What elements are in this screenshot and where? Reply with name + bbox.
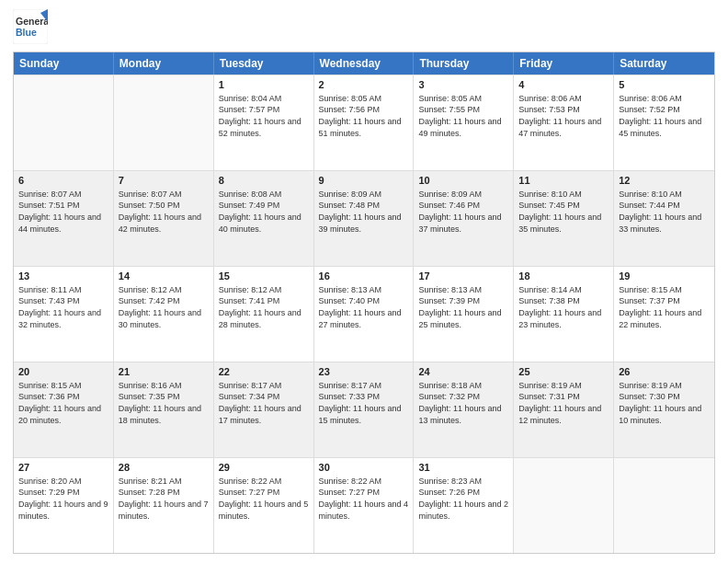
day-detail: Sunrise: 8:19 AMSunset: 7:31 PMDaylight:… <box>518 380 609 426</box>
svg-text:Blue: Blue <box>16 27 37 38</box>
day-detail: Sunrise: 8:12 AMSunset: 7:41 PMDaylight:… <box>219 284 309 330</box>
calendar-cell-0-3: 2Sunrise: 8:05 AMSunset: 7:56 PMDaylight… <box>314 75 415 170</box>
header: General Blue <box>13 9 715 44</box>
calendar-row-2: 13Sunrise: 8:11 AMSunset: 7:43 PMDayligh… <box>14 266 714 362</box>
calendar-cell-2-6: 19Sunrise: 8:15 AMSunset: 7:37 PMDayligh… <box>614 267 714 362</box>
calendar-cell-2-4: 17Sunrise: 8:13 AMSunset: 7:39 PMDayligh… <box>414 267 514 362</box>
calendar-cell-3-3: 23Sunrise: 8:17 AMSunset: 7:33 PMDayligh… <box>314 362 415 457</box>
day-number: 31 <box>418 461 508 475</box>
day-detail: Sunrise: 8:13 AMSunset: 7:39 PMDaylight:… <box>418 284 508 330</box>
calendar-cell-1-0: 6Sunrise: 8:07 AMSunset: 7:51 PMDaylight… <box>14 171 114 266</box>
calendar-cell-0-5: 4Sunrise: 8:06 AMSunset: 7:53 PMDaylight… <box>514 75 614 170</box>
calendar-row-1: 6Sunrise: 8:07 AMSunset: 7:51 PMDaylight… <box>14 170 714 266</box>
day-number: 5 <box>619 78 710 92</box>
calendar-cell-4-0: 27Sunrise: 8:20 AMSunset: 7:29 PMDayligh… <box>14 458 114 553</box>
day-number: 1 <box>219 78 309 92</box>
calendar-cell-3-1: 21Sunrise: 8:16 AMSunset: 7:35 PMDayligh… <box>114 362 214 457</box>
calendar-cell-0-0 <box>14 75 114 170</box>
day-number: 29 <box>219 461 309 475</box>
day-detail: Sunrise: 8:14 AMSunset: 7:38 PMDaylight:… <box>518 284 609 330</box>
calendar-cell-1-2: 8Sunrise: 8:08 AMSunset: 7:49 PMDaylight… <box>214 171 314 266</box>
calendar-cell-0-6: 5Sunrise: 8:06 AMSunset: 7:52 PMDaylight… <box>614 75 714 170</box>
day-number: 15 <box>219 270 309 283</box>
header-day-wednesday: Wednesday <box>314 52 415 75</box>
day-number: 17 <box>418 270 508 283</box>
calendar-cell-1-5: 11Sunrise: 8:10 AMSunset: 7:45 PMDayligh… <box>514 171 614 266</box>
svg-text:General: General <box>16 16 48 27</box>
calendar-row-4: 27Sunrise: 8:20 AMSunset: 7:29 PMDayligh… <box>14 457 714 553</box>
header-day-saturday: Saturday <box>614 52 714 75</box>
day-number: 6 <box>18 174 108 188</box>
day-number: 11 <box>518 174 609 188</box>
day-number: 8 <box>219 174 309 188</box>
day-number: 28 <box>119 461 209 475</box>
day-detail: Sunrise: 8:09 AMSunset: 7:48 PMDaylight:… <box>319 189 409 235</box>
calendar-cell-4-2: 29Sunrise: 8:22 AMSunset: 7:27 PMDayligh… <box>214 458 314 553</box>
day-detail: Sunrise: 8:16 AMSunset: 7:35 PMDaylight:… <box>119 380 209 426</box>
calendar-cell-2-0: 13Sunrise: 8:11 AMSunset: 7:43 PMDayligh… <box>14 267 114 362</box>
day-detail: Sunrise: 8:23 AMSunset: 7:26 PMDaylight:… <box>418 476 508 522</box>
day-detail: Sunrise: 8:22 AMSunset: 7:27 PMDaylight:… <box>219 476 309 522</box>
calendar-cell-1-3: 9Sunrise: 8:09 AMSunset: 7:48 PMDaylight… <box>314 171 415 266</box>
day-number: 14 <box>119 270 209 283</box>
day-number: 3 <box>418 78 508 92</box>
calendar-header: SundayMondayTuesdayWednesdayThursdayFrid… <box>14 52 714 75</box>
calendar-cell-0-1 <box>114 75 214 170</box>
day-number: 21 <box>119 365 209 379</box>
day-detail: Sunrise: 8:06 AMSunset: 7:53 PMDaylight:… <box>518 93 609 139</box>
day-detail: Sunrise: 8:21 AMSunset: 7:28 PMDaylight:… <box>119 476 209 522</box>
calendar-cell-3-6: 26Sunrise: 8:19 AMSunset: 7:30 PMDayligh… <box>614 362 714 457</box>
day-detail: Sunrise: 8:18 AMSunset: 7:32 PMDaylight:… <box>418 380 508 426</box>
page: General Blue SundayMondayTuesdayWednesda… <box>0 0 728 563</box>
day-number: 4 <box>518 78 609 92</box>
day-detail: Sunrise: 8:11 AMSunset: 7:43 PMDaylight:… <box>18 284 108 330</box>
day-detail: Sunrise: 8:17 AMSunset: 7:34 PMDaylight:… <box>219 380 309 426</box>
day-detail: Sunrise: 8:22 AMSunset: 7:27 PMDaylight:… <box>319 476 409 522</box>
calendar-cell-4-6 <box>614 458 714 553</box>
day-number: 7 <box>119 174 209 188</box>
day-number: 26 <box>619 365 710 379</box>
day-number: 24 <box>418 365 508 379</box>
day-detail: Sunrise: 8:04 AMSunset: 7:57 PMDaylight:… <box>219 93 309 139</box>
day-number: 2 <box>319 78 409 92</box>
header-day-monday: Monday <box>114 52 214 75</box>
day-detail: Sunrise: 8:09 AMSunset: 7:46 PMDaylight:… <box>418 189 508 235</box>
day-detail: Sunrise: 8:12 AMSunset: 7:42 PMDaylight:… <box>119 284 209 330</box>
calendar: SundayMondayTuesdayWednesdayThursdayFrid… <box>13 52 715 554</box>
day-detail: Sunrise: 8:10 AMSunset: 7:45 PMDaylight:… <box>518 189 609 235</box>
calendar-cell-3-2: 22Sunrise: 8:17 AMSunset: 7:34 PMDayligh… <box>214 362 314 457</box>
logo-svg: General Blue <box>13 9 48 44</box>
calendar-cell-3-0: 20Sunrise: 8:15 AMSunset: 7:36 PMDayligh… <box>14 362 114 457</box>
header-day-tuesday: Tuesday <box>214 52 314 75</box>
calendar-cell-4-4: 31Sunrise: 8:23 AMSunset: 7:26 PMDayligh… <box>414 458 514 553</box>
day-number: 20 <box>18 365 108 379</box>
calendar-cell-2-2: 15Sunrise: 8:12 AMSunset: 7:41 PMDayligh… <box>214 267 314 362</box>
calendar-cell-3-4: 24Sunrise: 8:18 AMSunset: 7:32 PMDayligh… <box>414 362 514 457</box>
calendar-cell-0-4: 3Sunrise: 8:05 AMSunset: 7:55 PMDaylight… <box>414 75 514 170</box>
day-detail: Sunrise: 8:05 AMSunset: 7:55 PMDaylight:… <box>418 93 508 139</box>
calendar-row-3: 20Sunrise: 8:15 AMSunset: 7:36 PMDayligh… <box>14 362 714 457</box>
day-number: 27 <box>18 461 108 475</box>
header-day-friday: Friday <box>514 52 614 75</box>
calendar-cell-3-5: 25Sunrise: 8:19 AMSunset: 7:31 PMDayligh… <box>514 362 614 457</box>
calendar-cell-1-6: 12Sunrise: 8:10 AMSunset: 7:44 PMDayligh… <box>614 171 714 266</box>
day-detail: Sunrise: 8:06 AMSunset: 7:52 PMDaylight:… <box>619 93 710 139</box>
calendar-cell-1-1: 7Sunrise: 8:07 AMSunset: 7:50 PMDaylight… <box>114 171 214 266</box>
day-detail: Sunrise: 8:10 AMSunset: 7:44 PMDaylight:… <box>619 189 710 235</box>
day-detail: Sunrise: 8:15 AMSunset: 7:37 PMDaylight:… <box>619 284 710 330</box>
day-detail: Sunrise: 8:19 AMSunset: 7:30 PMDaylight:… <box>619 380 710 426</box>
calendar-cell-2-1: 14Sunrise: 8:12 AMSunset: 7:42 PMDayligh… <box>114 267 214 362</box>
calendar-cell-1-4: 10Sunrise: 8:09 AMSunset: 7:46 PMDayligh… <box>414 171 514 266</box>
day-number: 23 <box>319 365 409 379</box>
day-number: 16 <box>319 270 409 283</box>
day-detail: Sunrise: 8:05 AMSunset: 7:56 PMDaylight:… <box>319 93 409 139</box>
calendar-cell-4-5 <box>514 458 614 553</box>
day-number: 9 <box>319 174 409 188</box>
day-number: 30 <box>319 461 409 475</box>
day-detail: Sunrise: 8:07 AMSunset: 7:50 PMDaylight:… <box>119 189 209 235</box>
day-detail: Sunrise: 8:08 AMSunset: 7:49 PMDaylight:… <box>219 189 309 235</box>
day-number: 18 <box>518 270 609 283</box>
calendar-cell-4-1: 28Sunrise: 8:21 AMSunset: 7:28 PMDayligh… <box>114 458 214 553</box>
day-detail: Sunrise: 8:07 AMSunset: 7:51 PMDaylight:… <box>18 189 108 235</box>
calendar-cell-4-3: 30Sunrise: 8:22 AMSunset: 7:27 PMDayligh… <box>314 458 415 553</box>
